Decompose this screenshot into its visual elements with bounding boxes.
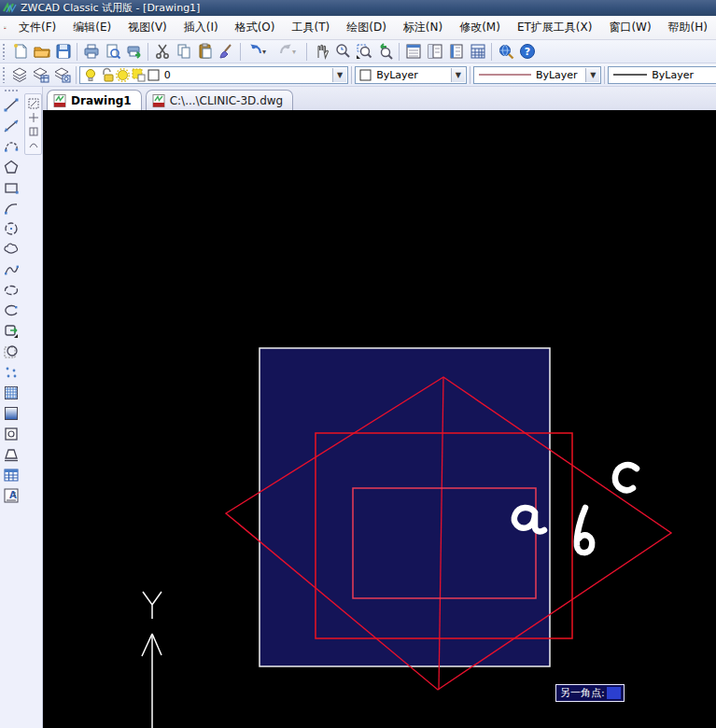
dwg-file-icon — [53, 94, 67, 107]
hatch-tool[interactable] — [1, 383, 21, 403]
menu-express-tools[interactable]: ET扩展工具(X) — [509, 16, 601, 39]
design-center-button[interactable] — [424, 41, 445, 62]
rectangle-icon — [3, 179, 20, 196]
pan-button[interactable] — [310, 41, 331, 62]
spline-tool[interactable] — [1, 259, 21, 280]
save-button[interactable] — [52, 41, 74, 62]
help-button[interactable]: ? — [516, 41, 538, 62]
polyline-tool[interactable] — [1, 136, 21, 157]
paste-button[interactable] — [194, 41, 216, 62]
menu-window[interactable]: 窗口(W) — [600, 16, 659, 39]
open-button[interactable] — [31, 41, 52, 62]
tab-clinic-3d[interactable]: C:\...\CLINIC-3D.dwg — [146, 90, 294, 110]
mtext-tool[interactable]: A — [1, 485, 21, 506]
linetype-dropdown-arrow[interactable]: ▼ — [585, 68, 599, 82]
menu-insert[interactable]: 插入(I) — [175, 16, 227, 39]
menu-tools[interactable]: 工具(T) — [284, 16, 339, 39]
print-preview-button[interactable] — [102, 41, 123, 62]
insert-block-tool[interactable] — [1, 321, 21, 342]
point-tool[interactable] — [1, 362, 21, 383]
dwg-file-icon — [152, 94, 166, 107]
rectangle-tool[interactable] — [1, 177, 21, 198]
insert-block-icon — [3, 323, 20, 340]
layer-properties-button[interactable] — [9, 64, 31, 85]
make-block-tool[interactable] — [1, 342, 21, 362]
redo-dropdown-icon[interactable]: ▾ — [292, 48, 300, 56]
layer-manager-button[interactable] — [31, 64, 52, 85]
properties-palette-button[interactable] — [402, 41, 424, 62]
wipeout-icon — [3, 446, 20, 463]
menu-help[interactable]: 帮助(H) — [660, 16, 716, 39]
layers-icon — [11, 66, 29, 83]
tool-palettes-button[interactable] — [445, 41, 467, 62]
tab-drawing1[interactable]: Drawing1 — [47, 90, 142, 110]
undo-button[interactable]: ▾ — [244, 41, 274, 62]
new-file-icon — [12, 43, 29, 60]
ellipse-tool[interactable] — [1, 280, 21, 301]
tab-label: C:\...\CLINIC-3D.dwg — [170, 94, 284, 107]
menu-format[interactable]: 格式(O) — [227, 16, 284, 39]
gradient-tool[interactable] — [1, 403, 21, 424]
arc-tool[interactable] — [1, 198, 21, 218]
layers-toolbar: 0 ▼ ByLayer ▼ ByLayer ▼ ByLayer — [0, 63, 716, 87]
linetype-dropdown[interactable]: ByLayer ▼ — [473, 66, 601, 84]
tab-label: Drawing1 — [71, 94, 132, 107]
ellipse-icon — [3, 282, 20, 299]
toolbar-grip[interactable] — [2, 66, 7, 83]
circle-tool[interactable] — [1, 218, 21, 239]
lineweight-dropdown[interactable]: ByLayer — [608, 66, 716, 84]
redo-button[interactable]: ▾ — [274, 41, 303, 62]
color-current-value: ByLayer — [372, 69, 418, 81]
color-dropdown[interactable]: ByLayer ▼ — [355, 66, 467, 84]
layer-states-button[interactable] — [51, 64, 73, 85]
toolbar-grip[interactable] — [4, 89, 19, 93]
menu-modify[interactable]: 修改(M) — [451, 16, 509, 39]
revision-cloud-tool[interactable] — [1, 239, 21, 259]
match-properties-button[interactable] — [216, 41, 237, 62]
menu-file[interactable]: 文件(F) — [10, 16, 64, 39]
publish-button[interactable] — [123, 41, 145, 62]
quick-calc-button[interactable] — [467, 41, 488, 62]
toolbar-grip[interactable] — [2, 43, 7, 60]
zoom-window-button[interactable] — [353, 41, 374, 62]
menu-edit[interactable]: 编辑(E) — [64, 16, 119, 39]
construction-line-icon — [3, 118, 20, 134]
polygon-tool[interactable] — [1, 157, 21, 177]
construction-line-tool[interactable] — [1, 116, 21, 136]
find-button[interactable] — [495, 41, 516, 62]
layer-color-swatch — [147, 68, 161, 82]
zoom-realtime-button[interactable] — [331, 41, 353, 62]
dynamic-input-field[interactable] — [607, 687, 621, 699]
layer-dropdown[interactable]: 0 ▼ — [79, 66, 348, 84]
svg-text:DWG: DWG — [5, 27, 7, 28]
mini-tool-icon-2[interactable] — [26, 110, 40, 124]
mini-tool-icon-1[interactable] — [26, 96, 40, 110]
cut-button[interactable] — [151, 41, 173, 62]
new-button[interactable] — [9, 41, 31, 62]
wipeout-tool[interactable] — [1, 444, 21, 465]
solid-square-entity — [260, 348, 550, 666]
copy-button[interactable] — [173, 41, 194, 62]
print-button[interactable] — [80, 41, 102, 62]
table-tool[interactable] — [1, 465, 21, 485]
paste-clipboard-icon — [197, 43, 214, 60]
circle-icon — [3, 220, 20, 237]
mini-tool-icon-4[interactable] — [26, 138, 40, 152]
zoom-previous-icon — [377, 43, 394, 60]
color-dropdown-arrow[interactable]: ▼ — [451, 68, 465, 82]
menu-view[interactable]: 视图(V) — [119, 16, 175, 39]
menu-draw[interactable]: 绘图(D) — [338, 16, 395, 39]
region-tool[interactable] — [1, 424, 21, 444]
layer-dropdown-arrow[interactable]: ▼ — [332, 68, 346, 82]
ellipse-arc-tool[interactable] — [1, 301, 21, 321]
menu-dimension[interactable]: 标注(N) — [395, 16, 451, 39]
open-folder-icon — [34, 43, 50, 60]
layer-vp-freeze-icon — [131, 67, 147, 83]
lineweight-sample-icon — [612, 70, 648, 79]
line-tool[interactable] — [1, 95, 21, 116]
pan-hand-icon — [313, 43, 330, 60]
mini-tool-icon-3[interactable] — [26, 124, 40, 138]
zoom-previous-button[interactable] — [374, 41, 396, 62]
drawing-canvas[interactable]: 另一角点: — [43, 110, 716, 728]
undo-dropdown-icon[interactable]: ▾ — [262, 48, 270, 56]
